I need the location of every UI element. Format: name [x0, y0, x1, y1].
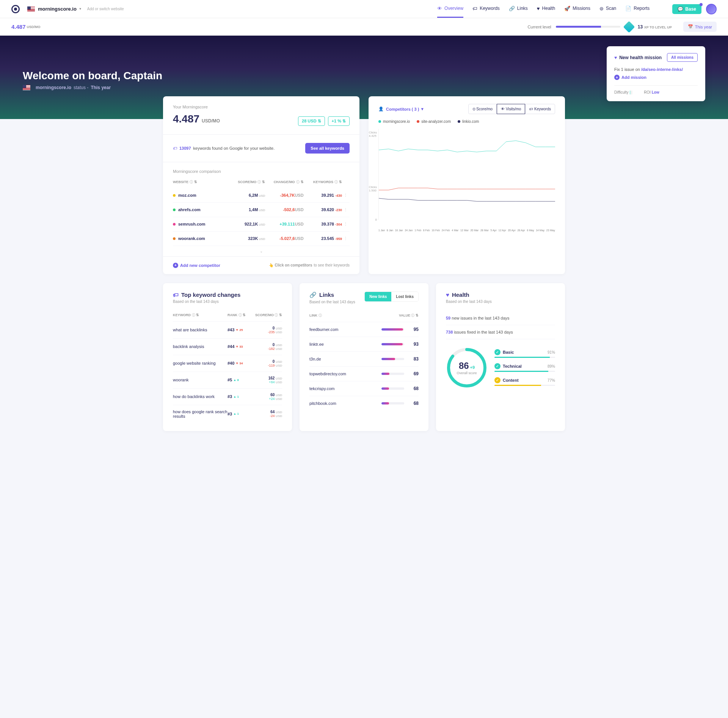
health-gauge: 86+9 Overall score [446, 347, 488, 389]
avatar[interactable] [706, 4, 717, 14]
hero-title: Welcome on board, Captain [23, 70, 705, 82]
add-switch-website[interactable]: Add or switch website [87, 7, 124, 11]
mission-link[interactable]: /da/seo-interne-links/ [641, 67, 683, 72]
competitors-filter[interactable]: 👤 Competitors ( 3 ) ▾ [378, 107, 424, 111]
health-cat-content[interactable]: ✓Content77% [494, 377, 555, 386]
xp-cube-icon [623, 21, 635, 33]
level-label: Current level [527, 25, 551, 29]
links-toggle: New linksLost links [364, 292, 419, 302]
tab-score-mo[interactable]: ⊙ Score/mo [468, 104, 497, 114]
tab-keywords[interactable]: 🏷 Keywords [525, 104, 555, 114]
nav-links: 👁Overview🏷Keywords🔗Links♥Health🚀Missions… [437, 0, 650, 18]
health-card: ♥ Health Based on the last 143 days 59 n… [436, 283, 565, 431]
mission-card: ♥ New health mission All missions Fix 1 … [607, 46, 705, 101]
nav-scan[interactable]: ⊚Scan [599, 0, 616, 18]
morningscore-card: Your Morningscore 4.487 USD/MO 28 USD ⇅ … [163, 96, 359, 274]
header-score: 4.487 [11, 24, 26, 30]
base-button[interactable]: 💬 Base [672, 4, 701, 14]
flag-icon [23, 85, 30, 90]
nav-missions[interactable]: 🚀Missions [564, 0, 590, 18]
competitor-row[interactable]: woorank.com 323KUSD -5.027,6USD 23.545-9… [173, 231, 350, 246]
legend-item[interactable]: site-analyzer.com [417, 119, 451, 124]
more-icon[interactable]: ⋮ [342, 193, 350, 198]
new-issues-stat[interactable]: 59 new issues in the last 143 days [446, 311, 555, 325]
health-cat-technical[interactable]: ✓Technical89% [494, 363, 555, 372]
mission-difficulty: Difficulty ||| [614, 90, 632, 94]
level-bar [556, 26, 620, 28]
tab-visits-mo[interactable]: 👁 Visits/mo [497, 104, 525, 114]
visits-chart: Clicks4.425Clicks1.5000 [378, 129, 555, 220]
competitor-row[interactable]: moz.com 6,2MUSD -364,7KUSD 39.291-430 ⋮ [173, 188, 350, 202]
ms-badge-pct[interactable]: +1 % ⇅ [328, 116, 350, 126]
competitor-row[interactable]: ahrefs.com 1,4MUSD -502,6USD 39.620-230 … [173, 202, 350, 217]
kw-found-text: 🏷 13097 keywords found on Google for you… [173, 146, 275, 150]
year-filter[interactable]: 📅 This year [683, 22, 717, 32]
legend-item[interactable]: morningscore.io [378, 119, 410, 124]
top-nav: morningscore.io ▼ Add or switch website … [0, 0, 728, 18]
chart-card: 👤 Competitors ( 3 ) ▾ ⊙ Score/mo👁 Visits… [369, 96, 565, 274]
keywords-card: 🏷 Top keyword changes Based on the last … [163, 283, 292, 431]
links-card: 🔗 Links Based on the last 143 days New l… [300, 283, 428, 431]
logo-icon[interactable] [11, 5, 20, 13]
add-competitor-button[interactable]: + Add new competitor [173, 263, 220, 268]
ms-badge-usd[interactable]: 28 USD ⇅ [298, 116, 325, 126]
nav-keywords[interactable]: 🏷Keywords [472, 0, 500, 18]
fixed-issues-stat[interactable]: 738 issues fixed in the last 143 days [446, 325, 555, 339]
ms-value: 4.487 [173, 113, 199, 125]
keyword-row[interactable]: how does google rank search results #3 ▲… [173, 405, 282, 423]
domain-name[interactable]: morningscore.io [38, 6, 77, 12]
link-row[interactable]: feedburner.com95 [309, 322, 419, 337]
health-categories: ✓Basic91%✓Technical89%✓Content77% [494, 349, 555, 386]
chart-tabs: ⊙ Score/mo👁 Visits/mo🏷 Keywords [468, 104, 555, 114]
see-all-keywords-button[interactable]: See all keywords [305, 143, 350, 154]
link-row[interactable]: tekcrispy.com68 [309, 381, 419, 396]
keyword-row[interactable]: backlink analysis #44 ▼ 33 0 USD-182 USD [173, 338, 282, 355]
nav-health[interactable]: ♥Health [537, 0, 555, 18]
keyword-row[interactable]: google website ranking #40 ▼ 34 0 USD-11… [173, 355, 282, 372]
expand-toggle[interactable]: ⌄ [173, 246, 350, 256]
ms-unit: USD/MO [202, 118, 220, 124]
mission-text: Fix 1 issue on /da/seo-interne-links/ [614, 67, 698, 72]
xp-value: 13 [638, 24, 643, 30]
health-cat-basic[interactable]: ✓Basic91% [494, 349, 555, 358]
link-row[interactable]: linktr.ee93 [309, 337, 419, 351]
xp-label: XP TO LEVEL UP [644, 25, 672, 29]
links-toggle-new-links[interactable]: New links [365, 292, 391, 301]
competitor-row[interactable]: semrush.com 922,1KUSD +39.111USD 39.378-… [173, 217, 350, 231]
links-sub: Based on the last 143 days [309, 300, 355, 304]
links-toggle-lost-links[interactable]: Lost links [391, 292, 418, 301]
more-icon[interactable]: ⋮ [342, 207, 350, 212]
links-header: LINK ⓘVALUE ⓘ ⇅ [309, 313, 419, 322]
mission-roi: ROI Low [644, 90, 659, 94]
level-section: Current level 13 XP TO LEVEL UP [527, 23, 672, 31]
keyword-row[interactable]: what are backlinks #43 ▼ 25 0 USD-235 US… [173, 321, 282, 338]
comparison-header: WEBSITE ⓘ ⇅SCORE/MO ⓘ ⇅CHANGE/MO ⓘ ⇅KEYW… [173, 180, 350, 188]
keyword-row[interactable]: how do backlinks work #3 ▲ 1 60 USD+24 U… [173, 388, 282, 405]
sub-nav: 4.487 USD/MO Current level 13 XP TO LEVE… [0, 18, 728, 36]
nav-reports[interactable]: 📄Reports [625, 0, 650, 18]
link-row[interactable]: pitchbook.com68 [309, 396, 419, 411]
more-icon[interactable]: ⋮ [342, 236, 350, 241]
nav-overview[interactable]: 👁Overview [437, 0, 463, 18]
header-score-unit: USD/MO [27, 25, 41, 29]
ms-label: Your Morningscore [173, 105, 350, 109]
keywords-header: KEYWORD ⓘ ⇅RANK ⓘ ⇅SCORE/MO ⓘ ⇅ [173, 313, 282, 321]
nav-right: 💬 Base [672, 4, 717, 14]
keywords-sub: Based on the last 143 days [173, 299, 282, 304]
more-icon[interactable]: ⋮ [342, 222, 350, 227]
flag-icon [27, 6, 35, 12]
mission-title: ♥ New health mission [614, 55, 662, 60]
legend-item[interactable]: linkio.com [458, 119, 479, 124]
chart-legend: morningscore.iosite-analyzer.comlinkio.c… [369, 118, 565, 129]
all-missions-button[interactable]: All missions [667, 53, 698, 62]
health-sub: Based on the last 143 days [446, 299, 555, 304]
keyword-row[interactable]: woorank #5 ▲ 8 162 USD+84 USD [173, 372, 282, 388]
health-title: ♥ Health [446, 292, 555, 298]
keywords-title: 🏷 Top keyword changes [173, 292, 282, 298]
link-row[interactable]: topwebdirectoy.com69 [309, 366, 419, 381]
caret-down-icon[interactable]: ▼ [79, 7, 82, 11]
nav-links[interactable]: 🔗Links [509, 0, 528, 18]
link-row[interactable]: t3n.de83 [309, 351, 419, 366]
add-mission-button[interactable]: + Add mission [614, 75, 698, 80]
chart-xaxis: 1 Jan8 Jan16 Jan24 Jan1 Feb8 Feb16 Feb24… [369, 227, 565, 238]
